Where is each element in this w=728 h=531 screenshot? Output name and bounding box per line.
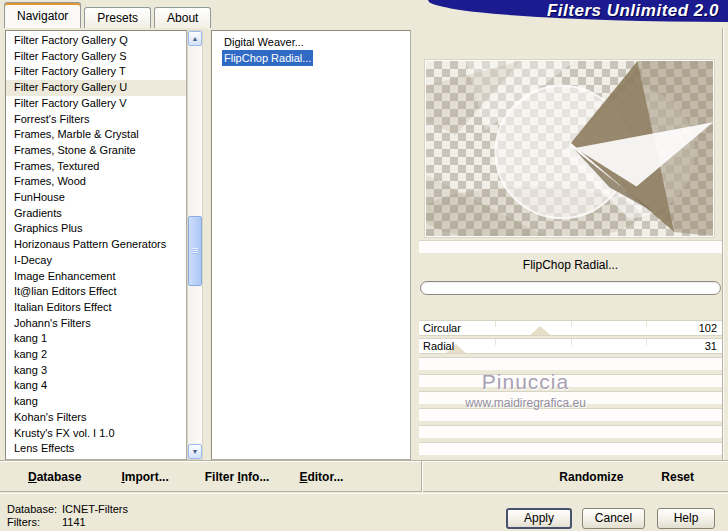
right-panel: FlipChop Radial... Circular 102 Radial 3… (417, 28, 724, 461)
category-item-label: Filter Factory Gallery Q (14, 34, 128, 46)
category-item-label: kang 1 (14, 332, 47, 344)
category-item[interactable]: Johann's Filters (6, 316, 186, 332)
reset-button[interactable]: Reset (661, 470, 694, 484)
help-button[interactable]: Help (657, 508, 715, 529)
filters-unlimited-dialog: NavigatorPresetsAbout Filters Unlimited … (0, 0, 728, 531)
category-item[interactable]: Horizonaus Pattern Generators (6, 237, 186, 253)
category-item[interactable]: Filter Factory Gallery T (6, 64, 186, 80)
scrollbar-thumb[interactable] (188, 216, 202, 286)
cancel-button[interactable]: Cancel (582, 508, 645, 529)
action-bar: Database Import... Filter Info... Editor… (0, 461, 728, 492)
category-item-label: Frames, Wood (14, 175, 86, 187)
filter-info-button[interactable]: Filter Info... (205, 470, 270, 484)
empty-row (419, 442, 722, 455)
filter-item[interactable]: FlipChop Radial... (212, 50, 410, 66)
tab[interactable]: Presets (84, 7, 151, 28)
slider-row[interactable]: Circular 102 (419, 320, 722, 336)
category-item[interactable]: Forrest's Filters (6, 112, 186, 128)
category-item[interactable]: kang 4 (6, 378, 186, 394)
randomize-button[interactable]: Randomize (559, 470, 623, 484)
category-item[interactable]: I-Decay (6, 253, 186, 269)
tab[interactable]: Navigator (4, 2, 81, 28)
watermark-name: Pinuccia (372, 370, 679, 394)
category-item-label: kang (14, 395, 38, 407)
category-item[interactable]: Filter Factory Gallery V (6, 96, 186, 112)
category-scrollbar[interactable]: ▲ ▼ (187, 30, 203, 460)
category-item-label: Filter Factory Gallery V (14, 97, 126, 109)
category-item-label: It@lian Editors Effect (14, 285, 117, 297)
category-item-label: Frames, Textured (14, 160, 99, 172)
category-item-label: Horizonaus Pattern Generators (14, 238, 166, 250)
progress-bar (420, 281, 721, 295)
import-button[interactable]: Import... (121, 470, 168, 484)
filter-item-label: Digital Weaver... (222, 34, 306, 50)
status-database: Database:ICNET-Filters (7, 503, 128, 515)
category-item[interactable]: FunHouse (6, 190, 186, 206)
panel-groove (722, 28, 724, 461)
slider-row[interactable]: Radial 31 (419, 338, 722, 354)
category-item-label: Forrest's Filters (14, 113, 89, 125)
category-item[interactable]: kang (6, 394, 186, 410)
category-item[interactable]: Italian Editors Effect (6, 300, 186, 316)
category-item[interactable]: Frames, Textured (6, 159, 186, 175)
empty-row (419, 425, 722, 438)
category-item-label: kang 3 (14, 364, 47, 376)
database-button[interactable]: Database (28, 470, 81, 484)
category-item-label: Filter Factory Gallery U (14, 81, 127, 93)
title-band: Filters Unlimited 2.0 (428, 0, 728, 22)
category-item[interactable]: Frames, Wood (6, 174, 186, 190)
label-part: nfo... (241, 470, 270, 484)
tab[interactable]: About (154, 7, 211, 28)
category-item[interactable]: Frames, Stone & Granite (6, 143, 186, 159)
category-item[interactable]: Gradients (6, 206, 186, 222)
apply-button[interactable]: Apply (506, 508, 572, 529)
filter-preview (425, 60, 714, 237)
label-part: atabase (37, 470, 82, 484)
category-item[interactable]: Image Enhancement (6, 269, 186, 285)
category-item[interactable]: Frames, Marble & Crystal (6, 127, 186, 143)
slider-label: Circular (423, 322, 461, 334)
category-item[interactable]: Lens Effects (6, 441, 186, 457)
category-item-label: FunHouse (14, 191, 65, 203)
filter-item[interactable]: Digital Weaver... (212, 34, 410, 50)
scroll-up-icon[interactable]: ▲ (188, 31, 202, 46)
editor-button[interactable]: Editor... (299, 470, 343, 484)
category-item-label: Filter Factory Gallery S (14, 50, 126, 62)
category-item[interactable]: Filter Factory Gallery Q (6, 33, 186, 49)
category-item[interactable]: Filter Factory Gallery U (6, 80, 186, 96)
category-item[interactable]: Filter Factory Gallery S (6, 49, 186, 65)
category-item[interactable]: Kohan's Filters (6, 410, 186, 426)
category-item-label: kang 2 (14, 348, 47, 360)
category-item-label: kang 4 (14, 379, 47, 391)
tab-label: Navigator (17, 9, 68, 23)
category-item-label: Kohan's Filters (14, 411, 86, 423)
scroll-down-icon[interactable]: ▼ (188, 444, 202, 459)
category-item-label: Frames, Marble & Crystal (14, 128, 139, 140)
category-item[interactable]: kang 2 (6, 347, 186, 363)
status-filters: Filters:1141 (7, 516, 86, 528)
category-item-label: I-Decay (14, 254, 52, 266)
slider-label: Radial (423, 340, 454, 352)
category-item[interactable]: kang 3 (6, 363, 186, 379)
category-item[interactable]: Krusty's FX vol. I 1.0 (6, 426, 186, 442)
category-item-label: Filter Factory Gallery T (14, 65, 126, 77)
category-item[interactable]: It@lian Editors Effect (6, 284, 186, 300)
status-filters-label: Filters: (7, 516, 62, 528)
filter-item-label: FlipChop Radial... (222, 50, 313, 66)
selected-filter-name: FlipChop Radial... (417, 258, 724, 272)
tab-label: Presets (97, 11, 138, 25)
tab-label: About (167, 11, 198, 25)
status-database-value: ICNET-Filters (62, 503, 128, 515)
status-filters-value: 1141 (62, 516, 86, 528)
category-item[interactable]: kang 1 (6, 331, 186, 347)
watermark-url: www.maidiregrafica.eu (372, 396, 679, 410)
slider-thumb[interactable] (530, 326, 550, 335)
category-item-label: Image Enhancement (14, 270, 116, 282)
category-list[interactable]: Filter Factory Gallery QFilter Factory G… (5, 30, 187, 460)
category-item-label: Italian Editors Effect (14, 301, 112, 313)
category-item-label: Frames, Stone & Granite (14, 144, 136, 156)
empty-row (419, 357, 722, 370)
category-item[interactable]: Graphics Plus (6, 221, 186, 237)
tab-bar: NavigatorPresetsAbout (4, 2, 214, 28)
slider-value: 102 (699, 322, 717, 334)
